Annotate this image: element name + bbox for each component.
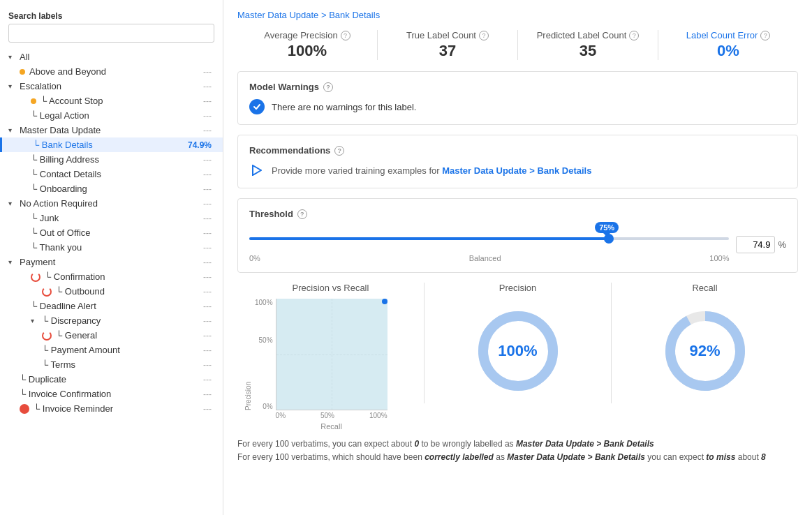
footer-line2: For every 100 verbatims, which should ha… xyxy=(237,451,798,464)
item-menu-dots[interactable]: --- xyxy=(203,389,214,399)
breadcrumb-text: Master Data Update > Bank Details xyxy=(237,10,380,20)
spinner-icon xyxy=(20,404,29,414)
dot-icon xyxy=(31,98,36,104)
metric-value: 0% xyxy=(665,42,791,60)
donut-label: 100% xyxy=(498,342,537,360)
help-icon[interactable]: ? xyxy=(297,209,307,219)
item-menu-dots[interactable]: --- xyxy=(203,301,214,311)
slider-thumb[interactable] xyxy=(604,234,614,244)
sidebar-item-out-of-office[interactable]: └ Out of Office --- xyxy=(0,225,223,240)
sidebar-item-contact-details[interactable]: └ Contact Details --- xyxy=(0,167,223,181)
sidebar-item-thankyou[interactable]: └ Thank you --- xyxy=(0,240,223,255)
help-icon[interactable]: ? xyxy=(341,31,350,40)
help-icon[interactable]: ? xyxy=(334,146,344,156)
item-menu-dots[interactable]: --- xyxy=(203,331,214,341)
sidebar-item-onboarding[interactable]: └ Onboarding --- xyxy=(0,181,223,196)
charts-row: Precision vs Recall Precision 100% 50% 0… xyxy=(237,283,798,431)
sidebar-item-billing-address[interactable]: └ Billing Address --- xyxy=(0,152,223,167)
item-menu-dots[interactable]: --- xyxy=(203,228,214,238)
item-menu-dots[interactable]: --- xyxy=(203,126,214,135)
item-menu-dots[interactable]: --- xyxy=(203,184,214,194)
item-menu-dots[interactable]: --- xyxy=(203,404,214,414)
item-menu-dots[interactable]: --- xyxy=(203,375,214,385)
sidebar-item-label: └ Onboarding xyxy=(31,184,203,194)
help-icon[interactable]: ? xyxy=(479,31,489,40)
slider-container: 75% xyxy=(249,226,729,251)
item-menu-dots[interactable]: --- xyxy=(203,199,214,209)
pvr-chart-area: 0% 50% 100% Recall xyxy=(276,299,387,431)
sidebar-item-label: Above and Beyond xyxy=(29,66,203,77)
sidebar-item-master-data[interactable]: ▾ Master Data Update --- xyxy=(0,123,223,137)
flag-icon xyxy=(249,163,265,178)
recommendation-link[interactable]: Master Data Update > Bank Details xyxy=(442,165,591,176)
sidebar-item-label: └ Deadline Alert xyxy=(31,301,203,311)
sidebar-item-label: └ Confirmation xyxy=(45,271,203,282)
panel-title: Recommendations ? xyxy=(249,145,786,156)
item-menu-dots[interactable]: --- xyxy=(203,360,214,370)
item-score: 74.9% xyxy=(188,140,214,150)
help-icon[interactable]: ? xyxy=(323,82,333,92)
item-menu-dots[interactable]: --- xyxy=(203,316,214,326)
sidebar-item-legal-action[interactable]: └ Legal Action --- xyxy=(0,108,223,123)
spinner-icon xyxy=(42,331,52,341)
y-axis-ticks: 100% 50% 0% xyxy=(255,299,273,410)
sidebar-item-no-action[interactable]: ▾ No Action Required --- xyxy=(0,196,223,211)
sidebar-item-duplicate[interactable]: └ Duplicate --- xyxy=(0,372,223,387)
sidebar-item-junk[interactable]: └ Junk --- xyxy=(0,211,223,225)
item-menu-dots[interactable]: --- xyxy=(203,82,214,91)
sidebar-item-discrepancy[interactable]: ▾ └ Discrepancy --- xyxy=(0,313,223,328)
search-input[interactable] xyxy=(8,24,214,43)
threshold-track: 75% 0% Balanced 100% xyxy=(249,226,729,262)
metric-label: Predicted Label Count ? xyxy=(525,30,651,40)
item-menu-dots[interactable]: --- xyxy=(203,155,214,165)
breadcrumb: Master Data Update > Bank Details xyxy=(237,10,798,20)
item-menu-dots[interactable]: --- xyxy=(203,272,214,282)
sidebar-item-confirmation[interactable]: └ Confirmation --- xyxy=(0,269,223,284)
sidebar-item-invoice-confirmation[interactable]: └ Invoice Confirmation --- xyxy=(0,387,223,401)
threshold-pct: % xyxy=(778,239,786,250)
item-menu-dots[interactable]: --- xyxy=(203,96,214,106)
sidebar-item-deadline-alert[interactable]: └ Deadline Alert --- xyxy=(0,299,223,313)
item-menu-dots[interactable]: --- xyxy=(203,287,214,297)
sidebar-item-all[interactable]: ▾ All xyxy=(0,50,223,64)
item-menu-dots[interactable]: --- xyxy=(203,345,214,355)
item-menu-dots[interactable]: --- xyxy=(203,214,214,223)
spinner-icon xyxy=(31,272,40,282)
item-menu-dots[interactable]: --- xyxy=(203,243,214,253)
sidebar-item-bank-details[interactable]: └ Bank Details 74.9% xyxy=(0,137,223,152)
sidebar-item-label: └ Contact Details xyxy=(31,169,203,179)
recommendation-text: Provide more varied training examples fo… xyxy=(272,165,591,176)
donut-container: 92% xyxy=(660,306,751,396)
sidebar-item-invoice-reminder[interactable]: └ Invoice Reminder --- xyxy=(0,401,223,416)
sidebar-item-payment-amount[interactable]: └ Payment Amount --- xyxy=(0,343,223,357)
help-icon[interactable]: ? xyxy=(760,31,770,40)
metric-value: 100% xyxy=(244,42,370,60)
chevron-down-icon: ▾ xyxy=(8,126,17,134)
slider-track xyxy=(249,237,729,240)
sidebar-item-label: └ Thank you xyxy=(31,242,203,253)
item-menu-dots[interactable]: --- xyxy=(203,111,214,121)
item-menu-dots[interactable]: --- xyxy=(203,170,214,179)
sidebar-item-escalation[interactable]: ▾ Escalation --- xyxy=(0,79,223,94)
pvr-inner: Precision 100% 50% 0% xyxy=(244,299,417,431)
metric-label: True Label Count ? xyxy=(385,30,510,40)
threshold-section: Threshold ? 75% 0% Balanced 100% xyxy=(237,198,798,273)
sidebar-item-above-beyond[interactable]: Above and Beyond --- xyxy=(0,64,223,79)
sidebar-item-outbound[interactable]: └ Outbound --- xyxy=(0,284,223,299)
threshold-header: Threshold ? xyxy=(249,209,786,219)
sidebar-item-account-stop[interactable]: └ Account Stop --- xyxy=(0,94,223,108)
threshold-input[interactable] xyxy=(736,236,775,253)
sidebar-item-label: └ Junk xyxy=(31,213,203,223)
item-menu-dots[interactable]: --- xyxy=(203,258,214,267)
help-icon[interactable]: ? xyxy=(629,31,639,40)
sidebar-item-label: └ Discrepancy xyxy=(42,315,203,326)
chart-title: Precision xyxy=(425,283,611,293)
search-label: Search labels xyxy=(8,11,214,21)
item-menu-dots[interactable]: --- xyxy=(203,67,214,77)
sidebar-item-label: └ Outbound xyxy=(56,286,203,297)
sidebar-item-terms[interactable]: └ Terms --- xyxy=(0,357,223,372)
metric-predicted-count: Predicted Label Count ? 35 xyxy=(517,30,658,60)
chevron-down-icon: ▾ xyxy=(31,317,39,324)
sidebar-item-payment[interactable]: ▾ Payment --- xyxy=(0,255,223,269)
sidebar-item-general[interactable]: └ General --- xyxy=(0,328,223,343)
